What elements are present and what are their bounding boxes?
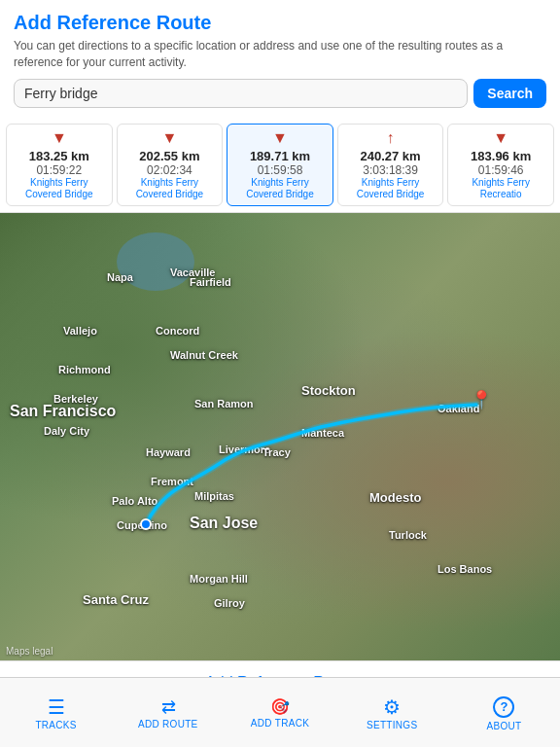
tab-label-add-track: ADD TRACK xyxy=(251,718,309,729)
tab-settings[interactable]: ⚙ SETTINGS xyxy=(336,678,448,747)
page-description: You can get directions to a specific loc… xyxy=(14,38,546,71)
route-card[interactable]: ▼ 202.55 km 02:02:34 Knights Ferry Cover… xyxy=(117,124,224,206)
add-route-icon: ⇄ xyxy=(161,698,175,716)
start-marker xyxy=(140,518,152,530)
route-name: Knights Ferry Covered Bridge xyxy=(123,177,217,200)
route-name: Knights Ferry Covered Bridge xyxy=(13,177,106,200)
route-cards-inner: ▼ 183.25 km 01:59:22 Knights Ferry Cover… xyxy=(4,124,556,206)
tab-label-settings: SETTINGS xyxy=(367,720,417,730)
route-arrow-icon: ↑ xyxy=(387,129,395,147)
route-distance: 202.55 km xyxy=(139,149,199,163)
route-duration: 02:02:34 xyxy=(147,163,192,177)
route-duration: 01:59:22 xyxy=(36,163,82,177)
route-name: Knights Ferry Covered Bridge xyxy=(233,177,327,200)
map-attribution: Maps legal xyxy=(6,646,52,657)
route-distance: 183.25 km xyxy=(29,149,89,163)
end-marker: 📍 xyxy=(471,391,492,409)
route-card[interactable]: ▼ 189.71 km 01:59:58 Knights Ferry Cover… xyxy=(227,124,333,206)
top-panel: Add Reference Route You can get directio… xyxy=(0,0,560,118)
tab-bar: ☰ TRACKS ⇄ ADD ROUTE 🎯 ADD TRACK ⚙ SETTI… xyxy=(0,677,560,747)
route-cards-wrapper: ▼ 183.25 km 01:59:22 Knights Ferry Cover… xyxy=(0,118,560,213)
search-row: Search xyxy=(14,79,546,108)
route-arrow-icon: ▼ xyxy=(161,129,177,147)
search-input[interactable] xyxy=(14,79,468,108)
delta-water xyxy=(117,232,194,291)
page-title: Add Reference Route xyxy=(14,12,546,34)
route-arrow-icon: ▼ xyxy=(52,129,67,147)
search-button[interactable]: Search xyxy=(473,79,546,108)
map-area: San FranciscoStocktonSan JoseModestoHayw… xyxy=(0,213,560,660)
add-track-icon: 🎯 xyxy=(270,699,290,715)
tab-label-about: ABOUT xyxy=(486,721,521,731)
tracks-icon: ☰ xyxy=(48,697,65,717)
route-arrow-icon: ▼ xyxy=(272,129,288,147)
route-arrow-icon: ▼ xyxy=(493,129,508,147)
map-background xyxy=(0,213,560,660)
tab-tracks[interactable]: ☰ TRACKS xyxy=(0,678,112,747)
route-card[interactable]: ▼ 183.96 km 01:59:46 Knights Ferry Recre… xyxy=(447,124,554,206)
tab-add-route[interactable]: ⇄ ADD ROUTE xyxy=(112,678,224,747)
tab-label-tracks: TRACKS xyxy=(35,720,76,730)
route-distance: 183.96 km xyxy=(471,149,531,163)
route-duration: 01:59:46 xyxy=(478,163,524,177)
route-name: Knights Ferry Covered Bridge xyxy=(344,177,438,200)
route-distance: 189.71 km xyxy=(250,149,310,163)
route-card[interactable]: ↑ 240.27 km 3:03:18:39 Knights Ferry Cov… xyxy=(337,124,444,206)
route-duration: 3:03:18:39 xyxy=(363,163,418,177)
route-card[interactable]: ▼ 183.25 km 01:59:22 Knights Ferry Cover… xyxy=(6,124,113,206)
route-duration: 01:59:58 xyxy=(258,163,303,177)
tab-label-add-route: ADD ROUTE xyxy=(138,719,198,729)
tab-add-track[interactable]: 🎯 ADD TRACK xyxy=(224,678,335,747)
route-name: Knights Ferry Recreatio xyxy=(454,177,547,200)
route-distance: 240.27 km xyxy=(360,149,420,163)
tab-about[interactable]: ? ABOUT xyxy=(448,678,560,747)
about-icon: ? xyxy=(493,696,514,718)
settings-icon: ⚙ xyxy=(383,697,401,717)
